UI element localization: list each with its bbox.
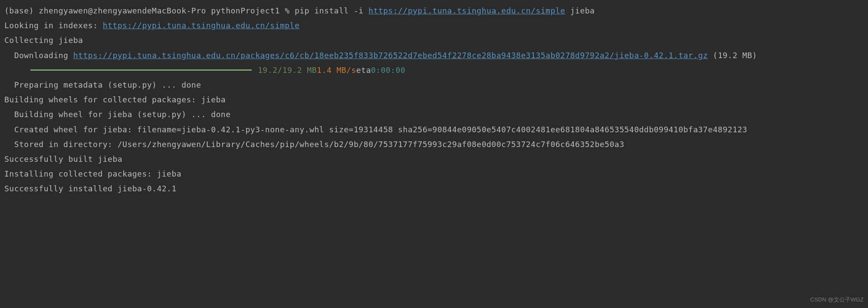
building-wheels-line: Building wheels for collected packages: … [4,92,864,107]
success-built-line: Successfully built jieba [4,152,864,167]
downloading-url[interactable]: https://pypi.tuna.tsinghua.edu.cn/packag… [73,51,708,60]
looking-url[interactable]: https://pypi.tuna.tsinghua.edu.cn/simple [103,21,299,30]
looking-prefix: Looking in indexes: [4,21,103,30]
downloading-line: Downloading https://pypi.tuna.tsinghua.e… [4,48,864,63]
downloading-prefix: Downloading [4,51,73,60]
watermark: CSDN @文公子WGZ [810,295,864,305]
looking-indexes-line: Looking in indexes: https://pypi.tuna.ts… [4,18,864,33]
progress-bar [30,69,252,71]
terminal-prompt-line: (base) zhengyawen@zhengyawendeMacBook-Pr… [4,3,864,18]
progress-line: 19.2/19.2 MB 1.4 MB/s eta 0:00:00 [30,63,864,78]
progress-eta-label: eta [356,63,371,78]
command-text-part2: jieba [565,6,595,15]
created-wheel-line: Created wheel for jieba: filename=jieba-… [4,122,864,137]
progress-speed: 1.4 MB/s [317,63,356,78]
preparing-metadata-line: Preparing metadata (setup.py) ... done [4,78,864,92]
installing-packages-line: Installing collected packages: jieba [4,167,864,181]
progress-size: 19.2/19.2 MB [258,63,317,78]
stored-directory-line: Stored in directory: /Users/zhengyawen/L… [4,137,864,152]
shell-prompt: (base) zhengyawen@zhengyawendeMacBook-Pr… [4,6,295,15]
building-wheel-jieba-line: Building wheel for jieba (setup.py) ... … [4,107,864,122]
command-url[interactable]: https://pypi.tuna.tsinghua.edu.cn/simple [368,6,565,15]
downloading-size: (19.2 MB) [708,51,757,60]
progress-eta: 0:00:00 [371,63,405,78]
command-text-part1: pip install -i [295,6,368,15]
collecting-line: Collecting jieba [4,33,864,48]
success-installed-line: Successfully installed jieba-0.42.1 [4,181,864,196]
